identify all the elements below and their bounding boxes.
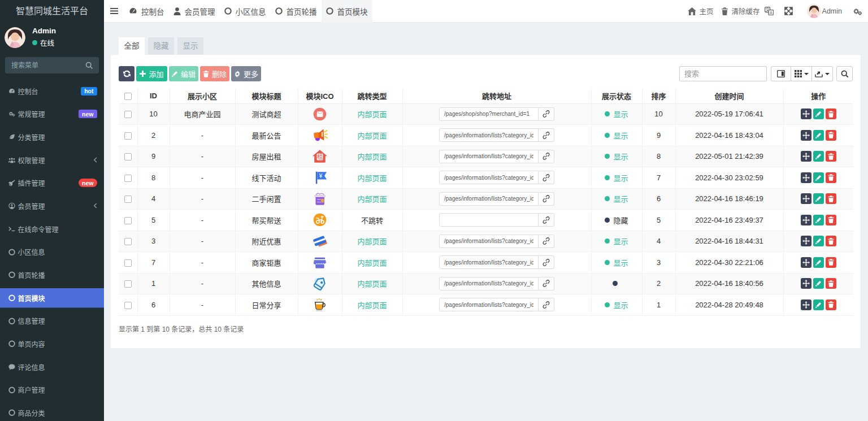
svg-text:¥: ¥ bbox=[319, 173, 323, 179]
svg-text:A: A bbox=[770, 11, 772, 15]
svg-text:租: 租 bbox=[317, 153, 323, 160]
